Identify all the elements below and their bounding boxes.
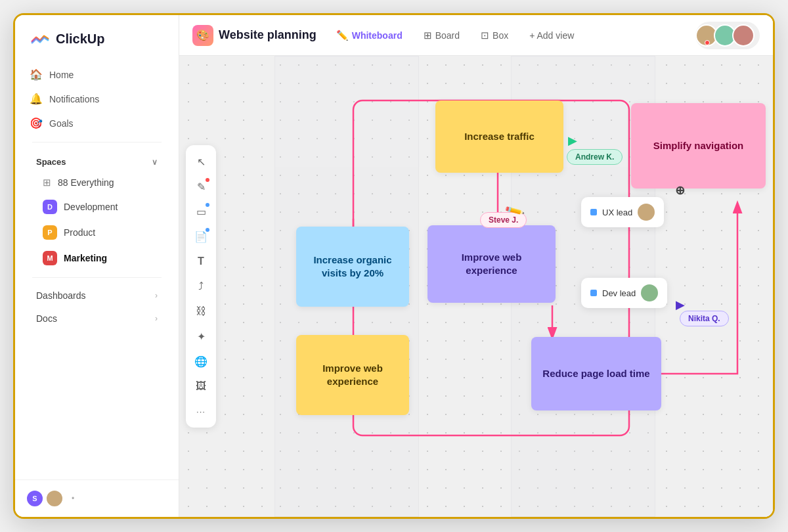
ux-lead-square xyxy=(590,209,597,215)
tool-pen-wrapper: ✎ xyxy=(190,175,212,198)
sidebar-item-dashboards[interactable]: Dashboards › xyxy=(28,284,165,307)
sidebar-item-docs[interactable]: Docs › xyxy=(28,307,165,330)
sticky-improve-web-bottom[interactable]: Improve web experience xyxy=(296,335,409,415)
whiteboard-tab-icon: ✏️ xyxy=(336,30,349,41)
user-label-nikita: Nikita Q. xyxy=(680,311,729,326)
main-area: 🎨 Website planning ✏️ Whiteboard ⊞ Board… xyxy=(179,15,773,517)
dev-lead-square xyxy=(590,290,597,296)
ux-lead-avatar xyxy=(638,204,655,221)
nikita-label-text: Nikita Q. xyxy=(688,314,720,323)
user-avatar-2 xyxy=(45,489,64,508)
user-label-andrew: Andrew K. xyxy=(567,149,623,165)
avatar-dot-red xyxy=(705,40,710,45)
docs-label: Docs xyxy=(36,313,57,324)
user-avatar-s: S xyxy=(26,489,44,508)
dev-lead-label: Dev lead xyxy=(602,288,636,298)
sidebar-item-marketing[interactable]: M Marketing xyxy=(28,246,165,271)
tool-rect-wrapper: ▭ xyxy=(190,200,212,223)
sidebar-item-development[interactable]: D Development xyxy=(28,194,165,219)
sticky-increase-organic-label: Increase organic visits by 20% xyxy=(307,254,399,280)
sticky-reduce-page-load-label: Reduce page load time xyxy=(542,367,649,380)
dev-lead-avatar xyxy=(641,284,658,301)
notifications-label: Notifications xyxy=(49,94,99,104)
sticky-improve-web-center-label: Improve web experience xyxy=(438,251,545,278)
task-card-dev-lead[interactable]: Dev lead xyxy=(581,278,667,308)
everything-label: 88 Everything xyxy=(58,177,114,188)
whiteboard-tab-label: Whiteboard xyxy=(352,30,403,41)
everything-icon: ⊞ xyxy=(43,177,51,188)
marketing-label: Marketing xyxy=(64,253,107,263)
logo-text: ClickUp xyxy=(56,32,104,47)
add-view-label: + Add view xyxy=(529,30,574,41)
tool-select[interactable]: ↖ xyxy=(190,150,212,173)
project-title: Website planning xyxy=(219,28,317,42)
product-label: Product xyxy=(64,227,95,238)
cursor-nikita: ▶ xyxy=(676,298,685,312)
sidebar-item-home[interactable]: 🏠 Home xyxy=(22,62,172,87)
toolbar: ↖ ✎ ▭ 📄 T ⤴ ⛓ ✦ 🌐 🖼 ··· xyxy=(186,145,216,428)
tool-arrow[interactable]: ⤴ xyxy=(190,275,212,298)
sticky-reduce-page-load[interactable]: Reduce page load time xyxy=(531,337,661,410)
dashboards-chevron-icon: › xyxy=(155,291,158,300)
sticky-simplify-nav-label: Simplify navigation xyxy=(653,139,744,152)
development-label: Development xyxy=(64,202,118,212)
sidebar-item-goals[interactable]: 🎯 Goals xyxy=(22,111,172,135)
sticky-increase-traffic[interactable]: Increase traffic xyxy=(435,100,563,173)
docs-chevron-icon: › xyxy=(155,314,158,323)
spaces-header: Spaces ∨ xyxy=(22,149,172,171)
add-view-button[interactable]: + Add view xyxy=(521,26,582,45)
andrew-label-text: Andrew K. xyxy=(575,152,614,162)
task-card-ux-lead[interactable]: UX lead xyxy=(581,197,664,227)
tool-magic[interactable]: ✦ xyxy=(190,325,212,347)
sidebar-item-everything[interactable]: ⊞ 88 Everything xyxy=(28,171,165,194)
tool-note-wrapper: 📄 xyxy=(190,225,212,248)
spaces-chevron-icon[interactable]: ∨ xyxy=(152,158,158,167)
development-badge: D xyxy=(43,200,57,214)
tab-board[interactable]: ⊞ Board xyxy=(416,26,468,45)
tab-whiteboard[interactable]: ✏️ Whiteboard xyxy=(328,26,410,45)
tool-rect-dot xyxy=(206,203,209,207)
sidebar-bottom: S • xyxy=(15,479,179,517)
whiteboard-canvas[interactable]: ↖ ✎ ▭ 📄 T ⤴ ⛓ ✦ 🌐 🖼 ··· xyxy=(179,56,773,517)
sidebar-item-notifications[interactable]: 🔔 Notifications xyxy=(22,87,172,111)
sticky-improve-web-center[interactable]: Improve web experience xyxy=(427,225,556,303)
board-tab-label: Board xyxy=(435,30,460,41)
tab-box[interactable]: ⊡ Box xyxy=(473,26,516,45)
tool-globe[interactable]: 🌐 xyxy=(190,350,212,372)
divider-2 xyxy=(32,277,162,278)
topbar-avatar-3 xyxy=(732,24,755,47)
goals-icon: 🎯 xyxy=(30,117,43,129)
user-menu-dot[interactable]: • xyxy=(72,494,74,503)
board-tab-icon: ⊞ xyxy=(424,30,432,41)
home-label: Home xyxy=(49,70,74,80)
tool-pen-dot xyxy=(206,178,209,182)
sticky-increase-traffic-label: Increase traffic xyxy=(464,130,535,143)
clickup-logo-icon xyxy=(30,28,51,49)
app-wrapper: ClickUp 🏠 Home 🔔 Notifications 🎯 Goals S… xyxy=(13,13,775,519)
tool-text[interactable]: T xyxy=(190,250,212,273)
topbar: 🎨 Website planning ✏️ Whiteboard ⊞ Board… xyxy=(179,15,773,56)
home-icon: 🏠 xyxy=(30,68,43,81)
box-tab-icon: ⊡ xyxy=(481,30,489,41)
sidebar-item-product[interactable]: P Product xyxy=(28,220,165,245)
project-icon: 🎨 xyxy=(192,25,213,46)
ux-lead-label: UX lead xyxy=(602,208,632,217)
notifications-icon: 🔔 xyxy=(30,93,43,105)
dashboards-label: Dashboards xyxy=(36,290,86,301)
tool-image[interactable]: 🖼 xyxy=(190,375,212,397)
logo-area: ClickUp xyxy=(15,15,179,60)
sidebar: ClickUp 🏠 Home 🔔 Notifications 🎯 Goals S… xyxy=(15,15,179,517)
spaces-label: Spaces xyxy=(36,157,66,167)
tool-more[interactable]: ··· xyxy=(190,400,212,422)
box-tab-label: Box xyxy=(492,30,508,41)
tool-note-dot xyxy=(206,228,209,232)
sticky-increase-organic[interactable]: Increase organic visits by 20% xyxy=(296,227,409,307)
topbar-avatars xyxy=(695,22,760,49)
divider-1 xyxy=(32,142,162,143)
dev-lead-row: Dev lead xyxy=(590,284,658,301)
sticky-simplify-nav[interactable]: Simplify navigation xyxy=(631,103,766,188)
sticky-improve-web-bottom-label: Improve web experience xyxy=(307,362,399,389)
marketing-badge: M xyxy=(43,251,57,265)
tool-connect[interactable]: ⛓ xyxy=(190,300,212,322)
ux-lead-row: UX lead xyxy=(590,204,655,221)
